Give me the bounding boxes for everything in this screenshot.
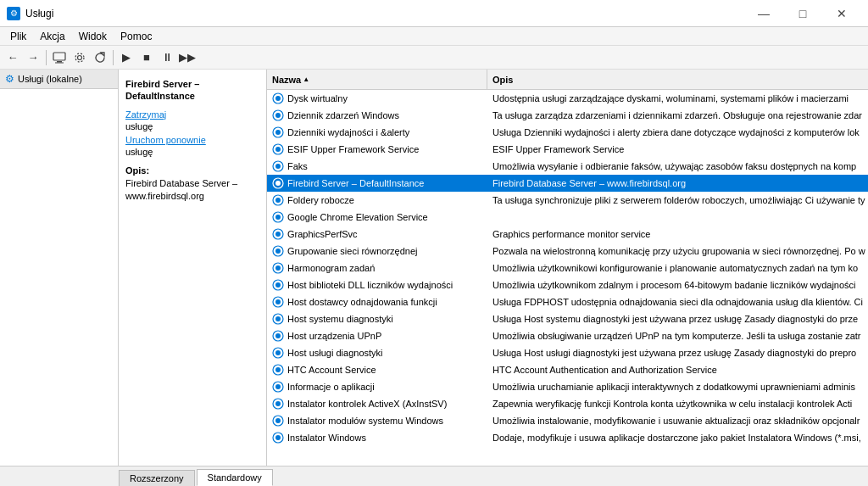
svg-point-26 (275, 265, 281, 271)
service-name-cell: Instalator Windows (267, 431, 487, 444)
computer-icon (53, 51, 66, 64)
pause-button[interactable]: ⏸ (158, 48, 176, 67)
service-desc-text: HTC Account Authentication and Authoriza… (492, 365, 717, 375)
service-icon (272, 364, 284, 376)
service-name-cell: Host urządzenia UPnP (267, 329, 487, 343)
service-desc-text: Umożliwia instalowanie, modyfikowanie i … (492, 416, 860, 426)
service-icon (272, 330, 284, 342)
service-name-text: Host biblioteki DLL liczników wydajności (287, 280, 453, 290)
minimize-button[interactable]: — (744, 0, 783, 27)
service-name-text: Host usługi diagnostyki (287, 348, 383, 358)
service-desc-text: Umożliwia uruchamianie aplikacji interak… (492, 382, 855, 392)
restart-button[interactable]: ▶▶ (178, 48, 197, 67)
service-icon (272, 245, 284, 257)
table-row[interactable]: Dysk wirtualny Udostępnia usługi zarządz… (267, 90, 868, 107)
restart-service-link[interactable]: Uruchom ponownie (125, 135, 259, 145)
menu-file[interactable]: Plik (3, 29, 33, 44)
table-row[interactable]: Grupowanie sieci równorzędnej Pozwala na… (267, 243, 868, 260)
menu-help[interactable]: Pomoc (114, 29, 159, 44)
table-row[interactable]: Dzienniki wydajności i &alerty Usługa Dz… (267, 124, 868, 141)
service-icon (272, 109, 284, 121)
service-desc-text: Umożliwia obsługiwanie urządzeń UPnP na … (492, 331, 861, 341)
service-name-cell: Instalator kontrolek ActiveX (AxInstSV) (267, 397, 487, 411)
forward-button[interactable]: → (24, 48, 42, 67)
service-name-text: Foldery robocze (287, 195, 354, 205)
svg-point-8 (275, 113, 281, 118)
service-desc-cell: Usługa Host usługi diagnostyki jest używ… (487, 347, 868, 359)
service-desc-text: Usługa Dzienniki wydajności i alerty zbi… (492, 127, 860, 137)
service-desc-cell: Graphics performance monitor service (487, 228, 868, 240)
col-header-name[interactable]: Nazwa ▲ (267, 70, 487, 89)
settings-icon (73, 51, 86, 64)
stop-service-link[interactable]: Zatrzymaj (125, 109, 259, 120)
service-desc-cell: Umożliwia obsługiwanie urządzeń UPnP na … (487, 330, 868, 342)
sidebar-header: ⚙ Usługi (lokalne) (0, 70, 118, 89)
maximize-button[interactable]: □ (783, 0, 822, 27)
table-row[interactable]: Host usługi diagnostyki Usługa Host usłu… (267, 344, 868, 361)
service-name-text: Instalator modułów systemu Windows (287, 416, 443, 426)
service-name-cell: Faks (267, 159, 487, 173)
table-row[interactable]: Host biblioteki DLL liczników wydajności… (267, 277, 868, 293)
service-name-text: Harmonogram zadań (287, 263, 375, 273)
table-row[interactable]: Instalator modułów systemu Windows Umożl… (267, 412, 868, 429)
service-icon (272, 313, 284, 325)
table-row[interactable]: Dziennik zdarzeń Windows Ta usługa zarzą… (267, 107, 868, 124)
play-button[interactable]: ▶ (117, 48, 136, 67)
services-list[interactable]: Dysk wirtualny Udostępnia usługi zarządz… (267, 90, 868, 466)
service-icon (272, 415, 284, 427)
stop-button[interactable]: ■ (137, 48, 156, 67)
table-row[interactable]: Firebird Server – DefaultInstance Firebi… (267, 175, 868, 192)
back-button[interactable]: ← (3, 48, 22, 67)
table-row[interactable]: Faks Umożliwia wysyłanie i odbieranie fa… (267, 158, 868, 175)
menu-view[interactable]: Widok (72, 29, 114, 44)
service-name-cell: Dysk wirtualny (267, 92, 487, 105)
service-icon (272, 177, 284, 189)
service-desc-text: Firebird Database Server – www.firebirds… (492, 178, 686, 188)
table-row[interactable]: Host systemu diagnostyki Usługa Host sys… (267, 310, 868, 327)
service-name-text: Instalator Windows (287, 433, 366, 443)
service-desc-text: Dodaje, modyfikuje i usuwa aplikacje dos… (492, 433, 861, 443)
settings-button[interactable] (70, 48, 89, 67)
svg-point-32 (275, 316, 281, 321)
service-desc-text: Graphics performance monitor service (492, 229, 650, 239)
table-row[interactable]: Host dostawcy odnajdowania funkcji Usług… (267, 293, 868, 310)
service-name-text: Instalator kontrolek ActiveX (AxInstSV) (287, 399, 447, 409)
close-button[interactable]: ✕ (822, 0, 861, 27)
table-row[interactable]: GraphicsPerfSvc Graphics performance mon… (267, 226, 868, 243)
service-name-cell: Foldery robocze (267, 193, 487, 207)
table-row[interactable]: Instalator Windows Dodaje, modyfikuje i … (267, 429, 868, 446)
service-name-cell: Instalator modułów systemu Windows (267, 414, 487, 427)
title-bar-controls: — □ ✕ (744, 0, 861, 27)
table-row[interactable]: Informacje o aplikacji Umożliwia urucham… (267, 378, 868, 395)
service-desc-text: Usługa Host systemu diagnostyki jest uży… (492, 314, 858, 324)
computer-button[interactable] (50, 48, 69, 67)
tab-bar: Rozszerzony Standardowy (0, 466, 868, 486)
service-desc-cell: Usługa Host systemu diagnostyki jest uży… (487, 313, 868, 325)
table-row[interactable]: ESIF Upper Framework Service ESIF Upper … (267, 141, 868, 158)
service-name-text: Informacje o aplikacji (287, 382, 375, 392)
toolbar-separator-2 (113, 50, 114, 65)
service-desc-text: Firebird Database Server – www.firebirds… (125, 177, 259, 204)
menu-action[interactable]: Akcja (33, 29, 71, 44)
tab-extended[interactable]: Rozszerzony (119, 470, 195, 486)
service-desc-text: ESIF Upper Framework Service (492, 144, 624, 154)
service-icon (272, 296, 284, 308)
service-name-text: Host systemu diagnostyki (287, 314, 393, 324)
table-row[interactable]: Google Chrome Elevation Service (267, 209, 868, 226)
table-row[interactable]: Harmonogram zadań Umożliwia użytkownikow… (267, 260, 868, 277)
service-desc-cell: Usługa FDPHOST udostępnia odnajdowania s… (487, 296, 868, 308)
service-name-cell: Informacje o aplikacji (267, 380, 487, 394)
svg-point-10 (275, 130, 281, 135)
col-header-desc[interactable]: Opis (487, 70, 868, 89)
service-name-cell: Grupowanie sieci równorzędnej (267, 244, 487, 258)
table-row[interactable]: Host urządzenia UPnP Umożliwia obsługiwa… (267, 327, 868, 344)
refresh-button[interactable] (91, 48, 109, 67)
services-list-header: Nazwa ▲ Opis (267, 70, 868, 90)
table-row[interactable]: Foldery robocze Ta usługa synchronizuje … (267, 192, 868, 209)
svg-point-42 (275, 401, 281, 406)
service-name-text: Host dostawcy odnajdowania funkcji (287, 297, 437, 307)
tab-standard[interactable]: Standardowy (197, 469, 273, 486)
stop-suffix: usługę (125, 121, 153, 131)
table-row[interactable]: HTC Account Service HTC Account Authenti… (267, 361, 868, 378)
table-row[interactable]: Instalator kontrolek ActiveX (AxInstSV) … (267, 395, 868, 412)
